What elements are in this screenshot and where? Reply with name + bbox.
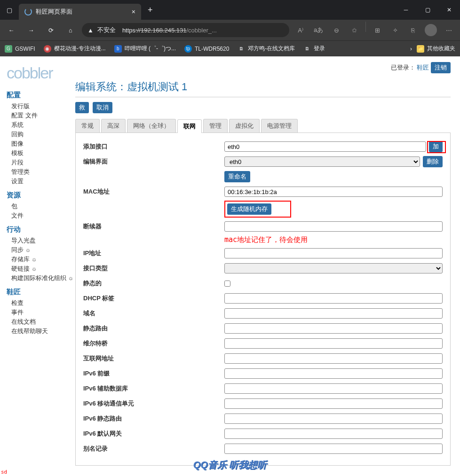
virt-bridge-input[interactable] xyxy=(224,338,443,349)
bookmark-item[interactable]: b哔哩哔哩 (゜-゜)つ... xyxy=(114,45,176,53)
page-title: 编辑系统：虚拟机测试 1 xyxy=(75,80,451,97)
tab-title: 鞋匠网页界面 xyxy=(36,8,72,16)
tab-panel-network: 添加接口 加 编辑界面 eth0 删除 重命名 MAC地址 生成随机内存 断续器 xyxy=(75,133,451,466)
nav-item[interactable]: 检查 xyxy=(7,298,75,308)
label-domain: 域名 xyxy=(83,309,224,318)
nav-item[interactable]: 包 xyxy=(7,202,75,211)
ipv6-secondaries-input[interactable] xyxy=(224,383,443,394)
static-checkbox[interactable] xyxy=(224,281,230,287)
favorite-icon[interactable]: ✩ xyxy=(346,22,363,39)
minimize-button[interactable]: ─ xyxy=(395,0,417,20)
dhcp-tag-input[interactable] xyxy=(224,293,443,304)
home-button[interactable]: ⌂ xyxy=(62,22,79,39)
ip-input[interactable] xyxy=(224,248,443,258)
nav-section-header: 资源 xyxy=(7,191,75,200)
rename-button[interactable]: 重命名 xyxy=(224,171,250,182)
tab-3[interactable]: 联网 xyxy=(177,119,202,133)
label-bonding: 断续器 xyxy=(83,222,224,231)
nav-item[interactable]: 管理类 xyxy=(7,167,75,177)
user-link[interactable]: 鞋匠 xyxy=(417,64,429,71)
collections-icon[interactable]: ✧ xyxy=(387,22,404,39)
close-tab-icon[interactable]: × xyxy=(132,8,135,16)
tab-6[interactable]: 电源管理 xyxy=(261,119,298,133)
bookmark-item[interactable]: 🗎邓方鸣-在线文档库 xyxy=(238,45,295,53)
domain-input[interactable] xyxy=(224,308,443,319)
nav-item[interactable]: 在线帮助聊天 xyxy=(7,327,75,336)
nav-section-header: 鞋匠 xyxy=(7,288,75,297)
label-static-route: 静态路由 xyxy=(83,324,224,333)
nav-item[interactable]: 回购 xyxy=(7,130,75,139)
nav-item[interactable]: 在线文档 xyxy=(7,317,75,327)
ipv6-gateway-input[interactable] xyxy=(224,429,443,439)
nav-item[interactable]: 存储库 ☼ xyxy=(7,255,75,264)
ipv6-static-route-input[interactable] xyxy=(224,414,443,424)
corner-text: sd xyxy=(1,469,7,475)
new-tab-button[interactable]: + xyxy=(141,5,159,15)
nav-item[interactable]: 系统 xyxy=(7,120,75,130)
save-button[interactable]: 救 xyxy=(75,102,89,113)
add-interface-input[interactable] xyxy=(224,141,426,152)
bookmark-item[interactable]: tpTL-WDR5620 xyxy=(184,45,229,53)
nav-item[interactable]: 文件 xyxy=(7,211,75,220)
label-add-interface: 添加接口 xyxy=(83,142,224,151)
bookmark-item[interactable]: GGSWIFI xyxy=(5,45,35,53)
nav-item[interactable]: 图像 xyxy=(7,139,75,148)
maximize-button[interactable]: ▢ xyxy=(417,0,438,20)
generate-mac-button[interactable]: 生成随机内存 xyxy=(227,203,271,215)
label-ipv6-secondaries: IPv6 辅助数据库 xyxy=(83,384,224,393)
logo: cobbler xyxy=(7,64,75,82)
tab-0[interactable]: 常规 xyxy=(75,119,100,133)
extensions-icon[interactable]: ⊞ xyxy=(369,22,386,39)
nav-item[interactable]: 设置 xyxy=(7,177,75,186)
zoom-icon[interactable]: ⊖ xyxy=(328,22,345,39)
reload-button[interactable]: ⟳ xyxy=(42,22,59,39)
url-input[interactable]: ▲ 不安全 https://192.168.245.131/cobbler_..… xyxy=(82,23,289,37)
bonding-input[interactable] xyxy=(224,221,443,232)
nav-item[interactable]: 同步 ☼ xyxy=(7,245,75,255)
favicon-icon xyxy=(24,8,32,16)
window-titlebar: ▢ 鞋匠网页界面 × + ─ ▢ ✕ xyxy=(0,0,460,20)
back-button[interactable]: ← xyxy=(3,22,20,39)
ipv6-prefix-input[interactable] xyxy=(224,368,443,379)
nav-item[interactable]: 模板 xyxy=(7,148,75,158)
tab-5[interactable]: 虚拟化 xyxy=(229,119,260,133)
inet-addr-input[interactable] xyxy=(224,353,443,364)
tab-4[interactable]: 管理 xyxy=(203,119,228,133)
bookmark-item[interactable]: 🗎登录 xyxy=(303,45,325,53)
cnames-input[interactable] xyxy=(224,444,443,454)
annotation-text: mac地址记住了，待会使用 xyxy=(224,235,443,244)
ipv6-mtu-input[interactable] xyxy=(224,398,443,409)
tab-2[interactable]: 网络（全球） xyxy=(127,119,176,133)
cancel-button[interactable]: 取消 xyxy=(93,102,112,113)
forward-button[interactable]: → xyxy=(23,22,40,39)
nav-item[interactable]: 构建国际标准化组织 ☼ xyxy=(7,273,75,283)
iface-type-select[interactable] xyxy=(224,263,443,273)
translate-icon[interactable]: aあ xyxy=(310,22,327,39)
logout-button[interactable]: 注销 xyxy=(431,62,451,73)
nav-item[interactable]: 配置 文件 xyxy=(7,111,75,120)
main-content: 已登录： 鞋匠 注销 编辑系统：虚拟机测试 1 救 取消 常规高深网络（全球）联… xyxy=(75,56,460,476)
bookmark-item[interactable]: ◉樱花动漫-专注动漫... xyxy=(44,45,106,53)
tab-1[interactable]: 高深 xyxy=(101,119,126,133)
browser-tab[interactable]: 鞋匠网页界面 × xyxy=(19,4,141,20)
mac-input[interactable] xyxy=(224,187,443,197)
menu-icon[interactable]: ⋯ xyxy=(440,22,457,39)
bookmarks-chevron-icon[interactable]: › xyxy=(410,46,412,52)
nav-item[interactable]: 片段 xyxy=(7,158,75,167)
read-aloud-icon[interactable]: A⁾ xyxy=(292,22,309,39)
label-ipv6-mtu: IPv6 移动通信单元 xyxy=(83,399,224,408)
nav-item[interactable]: 导入光盘 xyxy=(7,236,75,245)
static-route-input[interactable] xyxy=(224,323,443,334)
nav-section-header: 行动 xyxy=(7,225,75,234)
label-inet-addr: 互联网地址 xyxy=(83,354,224,363)
edit-interface-select[interactable]: eth0 xyxy=(224,156,420,167)
close-window-button[interactable]: ✕ xyxy=(438,0,460,20)
sync-icon[interactable]: ⎘ xyxy=(404,22,421,39)
bookmarks-overflow[interactable]: 📁其他收藏夹 xyxy=(417,45,455,53)
delete-interface-button[interactable]: 删除 xyxy=(423,156,443,167)
login-status: 已登录： 鞋匠 注销 xyxy=(75,62,451,73)
nav-item[interactable]: 发行版 xyxy=(7,101,75,111)
nav-item[interactable]: 事件 xyxy=(7,308,75,317)
profile-avatar[interactable] xyxy=(422,22,439,39)
nav-item[interactable]: 硬链接 ☼ xyxy=(7,264,75,273)
